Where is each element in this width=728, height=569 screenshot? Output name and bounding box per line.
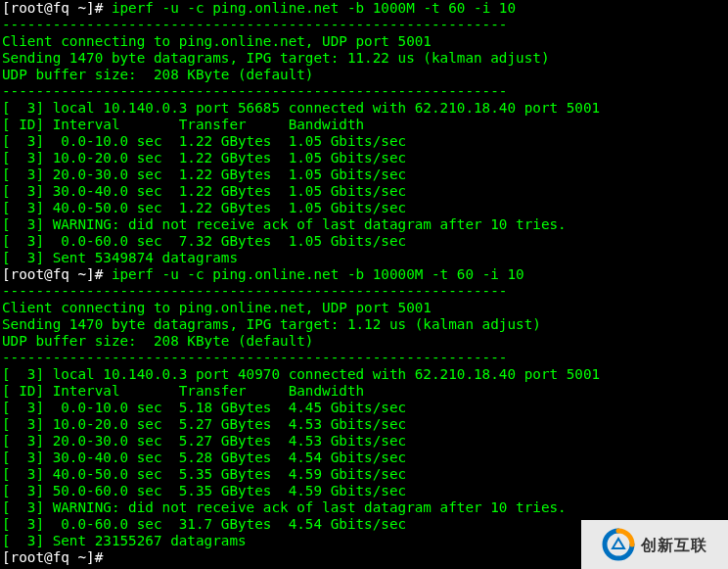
- udp-buffer-line: UDP buffer size: 208 KByte (default): [2, 333, 313, 349]
- watermark-text: 创新互联: [641, 537, 707, 553]
- sent-line: [ 3] Sent 23155267 datagrams: [2, 533, 247, 548]
- local-conn-line: [ 3] local 10.140.0.3 port 56685 connect…: [2, 100, 600, 116]
- interval-row: [ 3] 20.0-30.0 sec 1.22 GBytes 1.05 Gbit…: [2, 166, 406, 182]
- sending-line: Sending 1470 byte datagrams, IPG target:…: [2, 50, 549, 66]
- sent-line: [ 3] Sent 5349874 datagrams: [2, 250, 238, 265]
- interval-row: [ 3] 10.0-20.0 sec 5.27 GBytes 4.53 Gbit…: [2, 416, 406, 432]
- divider: ----------------------------------------…: [2, 350, 507, 365]
- interval-row: [ 3] 40.0-50.0 sec 5.35 GBytes 4.59 Gbit…: [2, 466, 406, 482]
- table-header: [ ID] Interval Transfer Bandwidth: [2, 383, 364, 399]
- interval-row: [ 3] 30.0-40.0 sec 5.28 GBytes 4.54 Gbit…: [2, 450, 406, 465]
- local-conn-line: [ 3] local 10.140.0.3 port 40970 connect…: [2, 366, 600, 382]
- watermark-logo: 创新互联: [602, 528, 707, 561]
- sending-line: Sending 1470 byte datagrams, IPG target:…: [2, 316, 541, 332]
- shell-prompt: [root@fq ~]#: [2, 0, 112, 16]
- shell-command: iperf -u -c ping.online.net -b 1000M -t …: [112, 0, 516, 16]
- divider: ----------------------------------------…: [2, 283, 507, 299]
- warning-line: [ 3] WARNING: did not receive ack of las…: [2, 499, 567, 515]
- table-header: [ ID] Interval Transfer Bandwidth: [2, 117, 364, 132]
- client-connect-line: Client connecting to ping.online.net, UD…: [2, 33, 432, 49]
- interval-row: [ 3] 0.0-10.0 sec 1.22 GBytes 1.05 Gbits…: [2, 133, 406, 149]
- divider: ----------------------------------------…: [2, 17, 507, 32]
- interval-row: [ 3] 10.0-20.0 sec 1.22 GBytes 1.05 Gbit…: [2, 150, 406, 166]
- interval-row: [ 3] 0.0-10.0 sec 5.18 GBytes 4.45 Gbits…: [2, 400, 406, 415]
- interval-row: [ 3] 20.0-30.0 sec 5.27 GBytes 4.53 Gbit…: [2, 433, 406, 449]
- interval-row: [ 3] 40.0-50.0 sec 1.22 GBytes 1.05 Gbit…: [2, 200, 406, 215]
- watermark: 创新互联: [581, 520, 728, 569]
- interval-row: [ 3] 30.0-40.0 sec 1.22 GBytes 1.05 Gbit…: [2, 183, 406, 199]
- summary-row: [ 3] 0.0-60.0 sec 7.32 GBytes 1.05 Gbits…: [2, 233, 406, 249]
- shell-prompt: [root@fq ~]#: [2, 266, 112, 282]
- shell-prompt: [root@fq ~]#: [2, 549, 112, 565]
- warning-line: [ 3] WARNING: did not receive ack of las…: [2, 216, 567, 232]
- client-connect-line: Client connecting to ping.online.net, UD…: [2, 300, 432, 315]
- shell-command: iperf -u -c ping.online.net -b 10000M -t…: [112, 266, 524, 282]
- logo-icon: [602, 528, 635, 561]
- divider: ----------------------------------------…: [2, 83, 507, 99]
- interval-row: [ 3] 50.0-60.0 sec 5.35 GBytes 4.59 Gbit…: [2, 483, 406, 498]
- udp-buffer-line: UDP buffer size: 208 KByte (default): [2, 67, 313, 82]
- summary-row: [ 3] 0.0-60.0 sec 31.7 GBytes 4.54 Gbits…: [2, 516, 406, 532]
- terminal-output[interactable]: [root@fq ~]# iperf -u -c ping.online.net…: [0, 0, 728, 566]
